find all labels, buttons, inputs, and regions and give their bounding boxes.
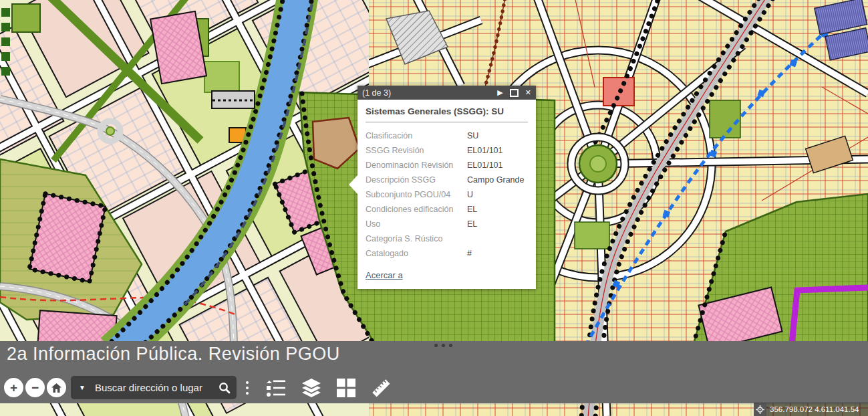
search-source-dropdown[interactable]: ▼ — [71, 384, 94, 391]
attribute-row: Clasificación SU — [366, 128, 528, 143]
home-button[interactable] — [47, 378, 66, 397]
zoom-in-button[interactable]: + — [4, 378, 23, 397]
zoom-to-link[interactable]: Acercar a — [366, 270, 403, 280]
attribute-label: Clasificación — [366, 131, 467, 140]
attribute-label: Uso — [366, 219, 467, 229]
popup-pager: (1 de 3) — [362, 88, 391, 98]
coordinate-widget: 356.798.072 4.611.041.54 — [754, 403, 868, 416]
attribute-value: EL01/101 — [467, 161, 503, 170]
footer-bar: 2a Información Pública. Revisión PGOU + … — [0, 341, 868, 403]
popup-title: Sistemas Generales (SSGG): SU — [366, 106, 528, 116]
popup-maximize-icon[interactable] — [510, 89, 519, 97]
crosshair-icon — [756, 405, 764, 414]
attribute-row: Categoría S. Rústico — [366, 231, 528, 246]
layers-icon — [301, 379, 322, 397]
attribute-row: Subconjunto PGOU/04 U — [366, 187, 528, 202]
attribute-row: Uso EL — [366, 217, 528, 231]
attribute-value: EL01/101 — [467, 146, 503, 155]
coordinate-locate-button[interactable] — [754, 403, 766, 416]
legend-icon — [266, 379, 286, 397]
app-title: 2a Información Pública. Revisión PGOU — [7, 344, 340, 365]
legend-button[interactable] — [266, 379, 286, 397]
popup-next-icon[interactable]: ▶ — [497, 89, 502, 96]
attribute-value: EL — [467, 219, 477, 229]
attribute-label: Categoría S. Rústico — [366, 234, 467, 243]
identify-popup: (1 de 3) ▶ ✕ Sistemas Generales (SSGG): … — [357, 86, 536, 289]
popup-body: Sistemas Generales (SSGG): SU Clasificac… — [357, 100, 536, 289]
attribute-value: U — [467, 190, 473, 199]
ruler-icon — [370, 378, 392, 398]
attribute-label: Catalogado — [366, 249, 467, 258]
attribute-label: Subconjunto PGOU/04 — [366, 190, 467, 199]
basemap-gallery-button[interactable] — [337, 379, 355, 397]
more-vertical-icon — [246, 381, 249, 384]
attribute-table-handle[interactable] — [434, 344, 452, 347]
popup-divider — [366, 122, 528, 122]
plus-icon: + — [10, 381, 17, 395]
search-icon — [219, 382, 231, 394]
popup-close-icon[interactable]: ✕ — [525, 89, 531, 96]
chevron-down-icon: ▼ — [79, 384, 86, 391]
attribute-value: Campo Grande — [467, 175, 524, 185]
attribute-row: Denominación Revisión EL01/101 — [366, 158, 528, 173]
app-viewport: (1 de 3) ▶ ✕ Sistemas Generales (SSGG): … — [0, 0, 868, 416]
map-circular-plaza — [571, 137, 625, 191]
search-box: ▼ — [71, 376, 237, 399]
search-button[interactable] — [212, 382, 237, 394]
basemap-grid-icon — [337, 379, 355, 397]
attribute-label: Denominación Revisión — [366, 161, 467, 170]
attribute-label: Descripción SSGG — [366, 175, 467, 185]
map-toolbar: + − ▼ — [4, 376, 392, 399]
attribute-value: EL — [467, 205, 477, 214]
attribute-row: Descripción SSGG Campo Grande — [366, 173, 528, 187]
coordinate-readout: 356.798.072 4.611.041.54 — [770, 405, 859, 413]
attribute-label: Condiciones edificación — [366, 205, 467, 214]
popup-callout-arrow — [349, 175, 357, 194]
attribute-row: SSGG Revisión EL01/101 — [366, 143, 528, 158]
measurement-button[interactable] — [370, 378, 392, 398]
attribute-row: Catalogado # — [366, 246, 528, 261]
search-input[interactable] — [94, 381, 212, 394]
home-icon — [51, 383, 61, 393]
attribute-label: SSGG Revisión — [366, 146, 467, 155]
attribute-row: Condiciones edificación EL — [366, 202, 528, 217]
popup-header[interactable]: (1 de 3) ▶ ✕ — [357, 86, 536, 100]
attribute-value: # — [467, 249, 472, 258]
layers-button[interactable] — [301, 379, 322, 397]
minus-icon: − — [31, 381, 39, 395]
attribute-value: SU — [467, 131, 478, 140]
zoom-out-button[interactable]: − — [25, 378, 45, 397]
more-tools-button[interactable] — [243, 379, 251, 397]
